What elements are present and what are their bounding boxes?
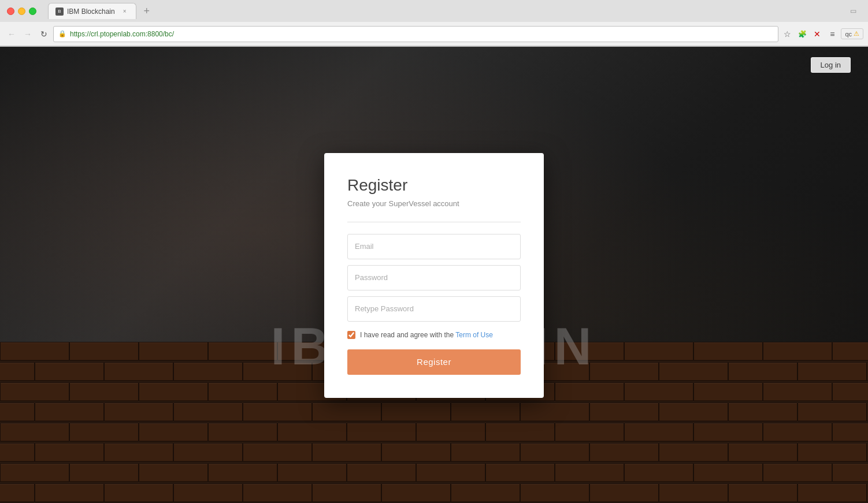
register-modal: Register Create your SuperVessel account… xyxy=(324,153,544,398)
reload-button[interactable]: ↻ xyxy=(37,27,51,41)
tab-bar: B IBM Blockchain × + xyxy=(48,3,843,19)
password-field[interactable] xyxy=(347,265,521,290)
terms-text: I have read and agree with the Term of U… xyxy=(360,331,493,339)
traffic-lights xyxy=(7,8,36,15)
tab-close-button[interactable]: × xyxy=(121,8,129,16)
minimize-window-button[interactable] xyxy=(18,8,25,15)
https-lock-icon: 🔒 xyxy=(58,30,66,38)
menu-icon[interactable]: ≡ xyxy=(826,28,839,40)
toolbar-actions: ☆ 🧩 ✕ ≡ qc ⚠ xyxy=(781,28,863,40)
browser-toolbar: ← → ↻ 🔒 https://crl.ptopenlab.com:8800/b… xyxy=(0,22,868,46)
modal-overlay: Register Create your SuperVessel account… xyxy=(0,47,868,503)
address-bar[interactable]: 🔒 https://crl.ptopenlab.com:8800/bc/ xyxy=(53,26,778,42)
bookmark-star-icon[interactable]: ☆ xyxy=(781,28,793,40)
url-text: https://crl.ptopenlab.com:8800/bc/ xyxy=(70,30,174,38)
extensions-icon[interactable]: 🧩 xyxy=(796,28,808,40)
register-button[interactable]: Register xyxy=(347,349,521,375)
email-field[interactable] xyxy=(347,234,521,259)
close-window-button[interactable] xyxy=(7,8,14,15)
form-divider xyxy=(347,222,521,222)
terms-link[interactable]: Term of Use xyxy=(455,331,493,339)
new-tab-button[interactable]: + xyxy=(139,3,155,19)
window-controls: ▭ xyxy=(845,3,861,19)
modal-title: Register xyxy=(347,176,521,195)
retype-password-field[interactable] xyxy=(347,296,521,322)
browser-chrome: B IBM Blockchain × + ▭ ← → ↻ 🔒 https://c… xyxy=(0,0,868,47)
forward-button[interactable]: → xyxy=(21,27,35,41)
back-button[interactable]: ← xyxy=(5,27,18,41)
modal-subtitle: Create your SuperVessel account xyxy=(347,199,521,208)
warning-icon: ⚠ xyxy=(854,30,859,38)
maximize-window-button[interactable] xyxy=(29,8,36,15)
browser-titlebar: B IBM Blockchain × + ▭ xyxy=(0,0,868,22)
terms-row: I have read and agree with the Term of U… xyxy=(347,331,521,339)
active-tab[interactable]: B IBM Blockchain × xyxy=(48,3,136,19)
user-badge[interactable]: qc ⚠ xyxy=(841,28,863,39)
page-content: Powered by China IBM CHAIN Log in Regist… xyxy=(0,47,868,503)
error-icon[interactable]: ✕ xyxy=(811,28,824,40)
tab-title: IBM Blockchain xyxy=(67,8,115,16)
user-label: qc xyxy=(845,31,852,38)
terms-checkbox[interactable] xyxy=(347,331,355,339)
tab-favicon: B xyxy=(55,8,64,16)
